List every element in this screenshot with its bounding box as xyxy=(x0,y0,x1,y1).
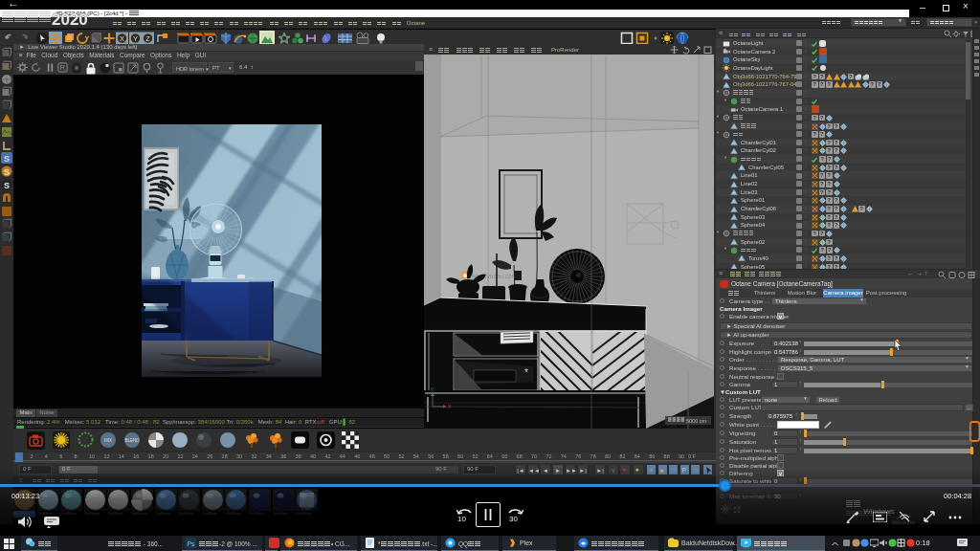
svg-text:BLEND: BLEND xyxy=(124,438,140,443)
svg-text:Ps: Ps xyxy=(187,540,195,547)
svg-text:Z: Z xyxy=(145,34,150,43)
svg-text:*: * xyxy=(524,367,528,378)
svg-text:MIX: MIX xyxy=(104,438,112,443)
svg-text:S: S xyxy=(4,181,10,190)
svg-text:5000 cm: 5000 cm xyxy=(686,418,707,424)
svg-text:S: S xyxy=(4,154,10,164)
svg-text:X: X xyxy=(120,34,124,43)
svg-text:R: R xyxy=(60,63,65,72)
svg-text:S: S xyxy=(4,167,10,177)
svg-text:Y: Y xyxy=(133,34,138,43)
